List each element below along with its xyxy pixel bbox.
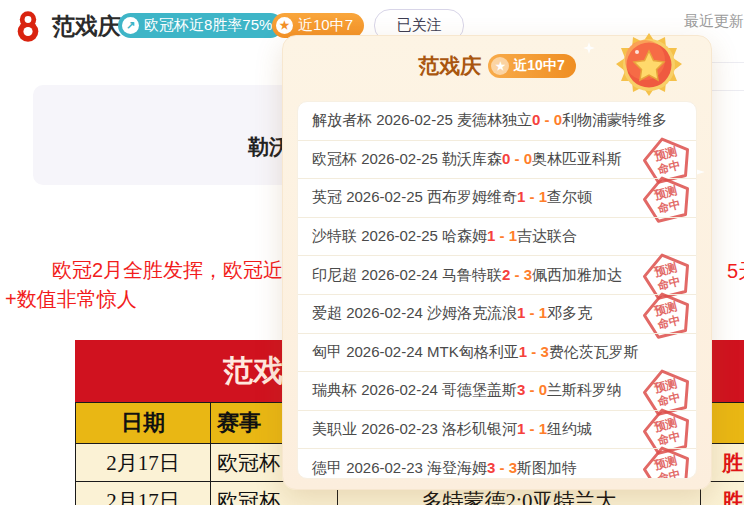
prediction-popup: 范戏庆 ★ 近10中7 解放者杯 2026-02-25 麦德林独立0 - 0利物… — [282, 35, 712, 490]
match-text: 匈甲 2026-02-24 MTK匈格利亚1 - 3费伦茨瓦罗斯 — [312, 343, 639, 362]
table-cell: 2月17日 — [76, 482, 211, 505]
star-icon: ★ — [276, 17, 293, 34]
match-text: 美职业 2026-02-23 洛杉矶银河1 - 1纽约城 — [312, 420, 592, 439]
match-row: 印尼超 2026-02-24 马鲁特联2 - 3佩西加雅加达 预测 命中 — [298, 255, 696, 294]
last-updated-label: 最近更新: — [684, 12, 744, 31]
table-cell: 2月17日 — [76, 444, 211, 482]
match-row: 美职业 2026-02-23 洛杉矶银河1 - 1纽约城 预测 命中 — [298, 410, 696, 449]
star-icon: ★ — [491, 57, 509, 75]
match-row: 沙特联 2026-02-25 哈森姆1 - 1吉达联合 — [298, 217, 696, 256]
match-text: 解放者杯 2026-02-25 麦德林独立0 - 0利物浦蒙特维多 — [312, 111, 667, 130]
match-row: 英冠 2026-02-25 西布罗姆维奇1 - 1查尔顿 预测 命中 — [298, 178, 696, 217]
table-header-cell: 日期 — [76, 402, 211, 444]
match-row: 欧冠杯 2026-02-25 勒沃库森0 - 0奥林匹亚科斯 预测 命中 — [298, 140, 696, 179]
match-row: 解放者杯 2026-02-25 麦德林独立0 - 0利物浦蒙特维多 — [298, 102, 696, 140]
site-logo-icon — [14, 10, 42, 42]
trend-up-icon: ↗ — [122, 17, 139, 34]
match-text: 欧冠杯 2026-02-25 勒沃库森0 - 0奥林匹亚科斯 — [312, 150, 622, 169]
promo-text-line2: +数值非常惊人 — [5, 286, 137, 313]
match-text: 印尼超 2026-02-24 马鲁特联2 - 3佩西加雅加达 — [312, 266, 622, 285]
win-rate-badge-label: 欧冠杯近8胜率75% — [144, 16, 272, 35]
match-text: 英冠 2026-02-25 西布罗姆维奇1 - 1查尔顿 — [312, 188, 592, 207]
recent-hits-badge-label: 近10中7 — [298, 16, 353, 35]
win-rate-badge[interactable]: ↗ 欧冠杯近8胜率75% — [118, 13, 283, 38]
match-row: 爱超 2026-02-24 沙姆洛克流浪1 - 1邓多克 预测 命中 — [298, 294, 696, 333]
gold-medal-icon — [611, 30, 689, 104]
promo-text-line1: 欧冠2月全胜发挥，欧冠近 — [52, 257, 283, 284]
divider — [712, 62, 744, 63]
divider — [712, 90, 744, 91]
sparkle-icon — [583, 42, 595, 54]
promo-text-line1-right: 5天 — [727, 258, 744, 285]
popup-hits-badge-label: 近10中7 — [513, 57, 564, 75]
match-text: 德甲 2026-02-23 海登海姆3 - 3斯图加特 — [312, 459, 577, 478]
match-text: 爱超 2026-02-24 沙姆洛克流浪1 - 1邓多克 — [312, 304, 592, 323]
match-row: 德甲 2026-02-23 海登海姆3 - 3斯图加特 预测 命中 — [298, 448, 696, 479]
popup-title: 范戏庆 — [418, 52, 481, 80]
popup-hits-badge: ★ 近10中7 — [488, 54, 575, 78]
match-row: 匈甲 2026-02-24 MTK匈格利亚1 - 3费伦茨瓦罗斯 — [298, 333, 696, 372]
prediction-list: 解放者杯 2026-02-25 麦德林独立0 - 0利物浦蒙特维多 欧冠杯 20… — [297, 101, 697, 479]
match-row: 瑞典杯 2026-02-24 哥德堡盖斯3 - 0兰斯科罗纳 预测 命中 — [298, 371, 696, 410]
match-text: 瑞典杯 2026-02-24 哥德堡盖斯3 - 0兰斯科罗纳 — [312, 381, 622, 400]
page-title: 范戏庆 — [52, 11, 121, 42]
match-text: 沙特联 2026-02-25 哈森姆1 - 1吉达联合 — [312, 227, 577, 246]
